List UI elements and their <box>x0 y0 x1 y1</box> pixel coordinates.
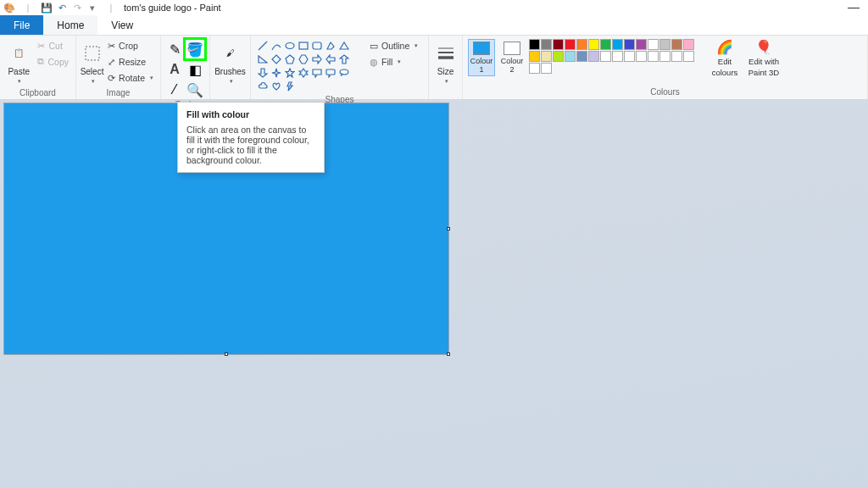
palette-swatch[interactable] <box>588 39 599 50</box>
brushes-button[interactable]: 🖌 Brushes <box>214 37 247 88</box>
palette-swatch[interactable] <box>600 51 611 62</box>
palette-swatch[interactable] <box>565 39 576 50</box>
palette-swatch[interactable] <box>588 51 599 62</box>
svg-marker-6 <box>340 42 348 49</box>
svg-rect-0 <box>86 47 99 60</box>
save-icon[interactable]: 💾 <box>41 2 53 14</box>
colour-2[interactable]: Colour 2 <box>498 39 526 76</box>
paste-button[interactable]: 📋 Paste <box>3 37 34 88</box>
colour-1[interactable]: Colour 1 <box>468 39 495 76</box>
shape-callout-oval[interactable] <box>337 66 351 80</box>
crop-button[interactable]: ✂ Crop <box>104 37 157 53</box>
palette-swatch[interactable] <box>553 39 564 50</box>
palette-swatch[interactable] <box>612 39 623 50</box>
shape-bolt[interactable] <box>283 80 297 93</box>
palette-swatch[interactable] <box>529 39 540 50</box>
redo-icon[interactable]: ↷ <box>71 2 83 14</box>
shape-star4[interactable] <box>270 66 283 80</box>
shape-triangle[interactable] <box>337 39 351 53</box>
palette-swatch[interactable] <box>576 39 587 50</box>
shape-arrow-u[interactable] <box>337 53 351 66</box>
size-button[interactable]: Size <box>432 37 459 88</box>
paint-3d-button[interactable]: 🎈 Edit with Paint 3D <box>744 37 783 77</box>
palette-swatch[interactable] <box>648 51 659 62</box>
shape-polygon[interactable] <box>324 39 337 53</box>
shape-arrow-d[interactable] <box>256 66 270 80</box>
shape-diamond[interactable] <box>270 53 283 66</box>
shape-oval[interactable] <box>283 39 297 53</box>
palette-swatch[interactable] <box>565 51 576 62</box>
text-icon: A <box>170 62 180 77</box>
palette-swatch[interactable] <box>576 51 587 62</box>
magnify-tool[interactable]: 🔍 <box>186 80 204 99</box>
select-button[interactable]: Select <box>80 37 104 88</box>
palette-swatch[interactable] <box>671 39 682 50</box>
shape-heart[interactable] <box>270 80 283 93</box>
palette-swatch[interactable] <box>659 39 670 50</box>
palette-swatch[interactable] <box>541 39 552 50</box>
picker-tool[interactable]: ⁄ <box>165 80 184 99</box>
palette-swatch[interactable] <box>659 51 670 62</box>
palette-swatch[interactable] <box>541 63 552 74</box>
brush-icon: 🖌 <box>219 42 242 65</box>
text-tool[interactable]: A <box>165 60 184 79</box>
shape-star5[interactable] <box>283 66 297 80</box>
palette-swatch[interactable] <box>612 51 623 62</box>
tab-home[interactable]: Home <box>43 15 97 35</box>
shape-hexagon[interactable] <box>297 53 310 66</box>
shape-cloud[interactable] <box>256 80 270 93</box>
shapes-gallery[interactable] <box>254 37 363 95</box>
svg-rect-4 <box>313 42 321 49</box>
shape-line[interactable] <box>256 39 270 53</box>
resize-handle-se[interactable] <box>447 352 450 356</box>
shape-roundrect[interactable] <box>310 39 324 53</box>
crop-icon: ✂ <box>108 41 115 51</box>
shape-rect[interactable] <box>297 39 310 53</box>
palette-swatch[interactable] <box>683 39 694 50</box>
rotate-icon: ⟳ <box>108 73 115 83</box>
rotate-button[interactable]: ⟳ Rotate <box>104 69 157 86</box>
minimize-button[interactable]: — <box>848 0 860 14</box>
shape-arrow-r[interactable] <box>310 53 324 66</box>
tab-view[interactable]: View <box>97 15 147 35</box>
menu-bar: File Home View <box>0 15 868 36</box>
ribbon: 📋 Paste ✂ Cut ⧉ Copy Clipboard <box>0 36 868 100</box>
fill-button[interactable]: ◍ Fill <box>366 53 421 69</box>
palette-swatch[interactable] <box>671 51 682 62</box>
resize-button[interactable]: ⤢ Resize <box>104 53 157 69</box>
shape-arrow-l[interactable] <box>324 53 337 66</box>
shape-pentagon[interactable] <box>283 53 297 66</box>
edit-colours-button[interactable]: 🌈 Edit colours <box>705 37 744 77</box>
shape-callout-round[interactable] <box>324 66 337 80</box>
tab-file[interactable]: File <box>0 15 43 35</box>
fill-tool[interactable]: 🪣 <box>183 37 207 61</box>
copy-button[interactable]: ⧉ Copy <box>34 53 72 69</box>
undo-icon[interactable]: ↶ <box>56 2 68 14</box>
outline-button[interactable]: ▭ Outline <box>366 37 421 53</box>
clipboard-icon: 📋 <box>7 42 31 65</box>
shape-star6[interactable] <box>297 66 310 80</box>
palette-swatch[interactable] <box>683 51 694 62</box>
pencil-tool[interactable]: ✎ <box>165 40 184 58</box>
palette-swatch[interactable] <box>553 51 564 62</box>
eraser-tool[interactable]: ◧ <box>186 60 204 79</box>
resize-handle-s[interactable] <box>225 352 228 356</box>
qat-customize-icon[interactable]: ▾ <box>86 2 98 14</box>
palette-swatch[interactable] <box>624 39 635 50</box>
svg-line-1 <box>259 42 267 50</box>
palette-swatch[interactable] <box>600 39 611 50</box>
shape-rtri[interactable] <box>256 53 270 66</box>
palette-swatch[interactable] <box>529 63 540 74</box>
palette-swatch[interactable] <box>636 39 647 50</box>
palette-swatch[interactable] <box>648 39 659 50</box>
palette-swatch[interactable] <box>624 51 635 62</box>
colour2-swatch <box>504 42 520 55</box>
palette-swatch[interactable] <box>636 51 647 62</box>
shape-callout-rect[interactable] <box>310 66 324 80</box>
cut-button[interactable]: ✂ Cut <box>34 37 72 53</box>
shape-curve[interactable] <box>270 39 283 53</box>
svg-marker-8 <box>272 55 281 64</box>
resize-handle-e[interactable] <box>447 227 450 230</box>
palette-swatch[interactable] <box>541 51 552 62</box>
palette-swatch[interactable] <box>529 51 540 62</box>
